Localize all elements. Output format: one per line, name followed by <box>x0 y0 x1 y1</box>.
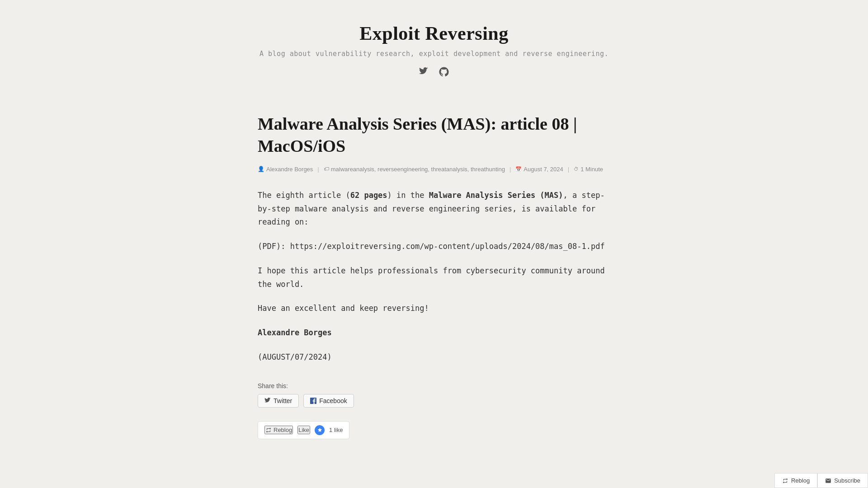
share-label: Share this: <box>258 382 610 389</box>
post-read-time: 1 Minute <box>574 166 603 173</box>
share-buttons: Twitter Facebook <box>258 394 610 408</box>
site-description: A blog about vulnerability research, exp… <box>9 50 859 58</box>
post-date: August 7, 2024 <box>515 166 563 173</box>
like-count-text: 1 like <box>329 427 343 433</box>
like-button[interactable]: Like <box>297 426 310 434</box>
post-paragraph-pdf: (PDF): https://exploitreversing.com/wp-c… <box>258 240 610 253</box>
reblog-bottom-icon <box>782 478 788 484</box>
reblog-bottom-button[interactable]: Reblog <box>774 473 817 488</box>
pdf-link[interactable]: https://exploitreversing.com/wp-content/… <box>290 242 605 251</box>
facebook-share-button[interactable]: Facebook <box>303 394 354 408</box>
bottom-bar: Reblog Subscribe <box>774 473 868 488</box>
post-body: The eighth article (62 pages) in the Mal… <box>258 189 610 364</box>
twitter-share-icon <box>264 398 271 404</box>
twitter-social-link[interactable] <box>419 67 428 77</box>
reblog-button[interactable]: Reblog <box>264 426 293 434</box>
post-title: Malware Analysis Series (MAS): article 0… <box>258 113 610 158</box>
social-icons <box>9 67 859 77</box>
post-author-sig: Alexandre Borges <box>258 326 610 340</box>
main-content: Malware Analysis Series (MAS): article 0… <box>240 113 628 439</box>
site-header: Exploit Reversing A blog about vulnerabi… <box>0 0 868 86</box>
like-bar: Reblog Like 1 like <box>258 421 349 439</box>
reblog-icon <box>265 427 272 433</box>
subscribe-icon <box>825 478 831 484</box>
star-icon <box>317 427 322 432</box>
post-author: Alexandre Borges <box>258 166 313 173</box>
github-social-link[interactable] <box>439 67 449 77</box>
github-icon <box>439 67 449 77</box>
share-section: Share this: Twitter Facebook <box>258 382 610 408</box>
post-paragraph-hope: I hope this article helps professionals … <box>258 264 610 291</box>
site-title: Exploit Reversing <box>9 23 859 44</box>
post-date-sig: (AUGUST/07/2024) <box>258 351 610 364</box>
twitter-icon <box>419 67 428 76</box>
post-meta: Alexandre Borges | malwareanalysis, reve… <box>258 166 610 173</box>
facebook-share-icon <box>310 398 316 404</box>
blog-post: Malware Analysis Series (MAS): article 0… <box>258 113 610 439</box>
subscribe-bottom-button[interactable]: Subscribe <box>817 473 868 488</box>
post-paragraph-have: Have an excellent and keep reversing! <box>258 302 610 315</box>
like-count-badge <box>315 425 325 435</box>
post-tags: malwareanalysis, reverseengineering, thr… <box>324 166 505 173</box>
post-paragraph-1: The eighth article (62 pages) in the Mal… <box>258 189 610 229</box>
twitter-share-button[interactable]: Twitter <box>258 394 299 408</box>
